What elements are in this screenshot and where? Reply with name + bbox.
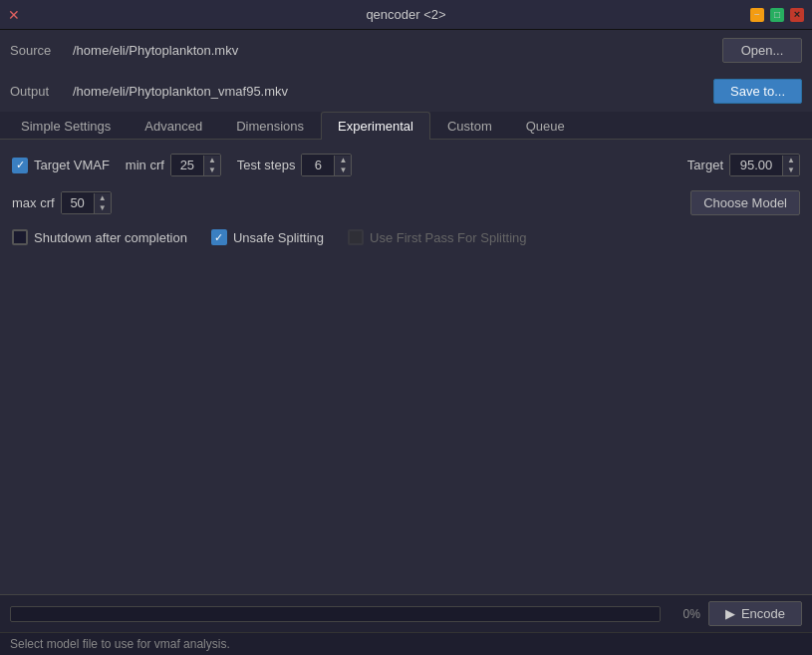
progress-percent: 0% [669,607,700,621]
output-path: /home/eli/Phytoplankton_vmaf95.mkv [73,84,705,99]
target-arrows[interactable]: ▲ ▼ [782,156,799,175]
unsafe-splitting-checkbox-group[interactable]: ✓ Unsafe Splitting [211,229,324,245]
save-to-button[interactable]: Save to... [713,79,802,104]
controls-row-1: ✓ Target VMAF min crf 25 ▲ ▼ Test steps … [12,154,800,176]
titlebar: ✕ qencoder <2> − □ × [0,0,812,30]
experimental-content: ✓ Target VMAF min crf 25 ▲ ▼ Test steps … [0,140,812,594]
controls-row-2: max crf 50 ▲ ▼ Choose Model [12,190,800,215]
min-crf-group: min crf 25 ▲ ▼ [126,154,221,176]
min-crf-spinner[interactable]: 25 ▲ ▼ [170,154,221,176]
maximize-icon: □ [774,9,780,20]
status-text: Select model file to use for vmaf analys… [10,637,230,651]
target-label: Target [687,158,723,172]
test-steps-value: 6 [302,155,334,175]
min-crf-up[interactable]: ▲ [204,156,220,165]
maximize-button[interactable]: □ [770,8,784,22]
max-crf-label: max crf [12,195,55,210]
test-steps-group: Test steps 6 ▲ ▼ [237,154,353,176]
controls-row-3: Shutdown after completion ✓ Unsafe Split… [12,229,800,245]
shutdown-checkbox[interactable] [12,229,28,245]
shutdown-label: Shutdown after completion [34,230,187,245]
target-vmaf-checkbox-group[interactable]: ✓ Target VMAF [12,158,110,173]
tab-custom[interactable]: Custom [430,112,509,140]
window-title: qencoder <2> [366,7,445,22]
close-button[interactable]: × [790,8,804,22]
max-crf-group: max crf 50 ▲ ▼ [12,191,112,214]
max-crf-arrows[interactable]: ▲ ▼ [94,193,111,213]
test-steps-arrows[interactable]: ▲ ▼ [334,156,351,175]
app-icon: ✕ [8,7,20,23]
output-label: Output [10,84,65,99]
titlebar-controls: − □ × [750,8,804,22]
tab-bar: Simple Settings Advanced Dimensions Expe… [0,112,812,140]
output-row: Output /home/eli/Phytoplankton_vmaf95.mk… [0,71,812,112]
titlebar-left: ✕ [8,7,20,23]
max-crf-spinner[interactable]: 50 ▲ ▼ [61,191,112,214]
target-group: Target 95.00 ▲ ▼ [687,154,800,176]
source-path: /home/eli/Phytoplankton.mkv [73,43,714,58]
encode-button[interactable]: ▶ Encode [708,601,802,626]
tab-experimental[interactable]: Experimental [321,112,430,140]
minimize-button[interactable]: − [750,8,764,22]
unsafe-splitting-label: Unsafe Splitting [233,230,324,245]
encode-play-icon: ▶ [725,606,735,621]
open-button[interactable]: Open... [722,38,802,63]
first-pass-label: Use First Pass For Splitting [370,230,527,245]
encode-label: Encode [741,606,785,621]
close-icon: × [794,9,800,20]
test-steps-label: Test steps [237,158,296,172]
first-pass-checkbox-group: Use First Pass For Splitting [348,229,527,245]
source-label: Source [10,43,65,58]
target-value: 95.00 [730,155,782,175]
target-down[interactable]: ▼ [783,165,799,175]
tab-advanced[interactable]: Advanced [128,112,219,140]
unsafe-splitting-checkbox[interactable]: ✓ [211,229,227,245]
target-vmaf-label: Target VMAF [34,158,110,172]
test-steps-up[interactable]: ▲ [335,156,351,165]
statusbar: Select model file to use for vmaf analys… [0,632,812,655]
min-crf-value: 25 [171,155,203,175]
target-vmaf-checkbox[interactable]: ✓ [12,158,28,173]
min-crf-label: min crf [126,158,164,172]
tab-queue[interactable]: Queue [509,112,582,140]
max-crf-up[interactable]: ▲ [95,193,111,203]
shutdown-checkbox-group[interactable]: Shutdown after completion [12,229,187,245]
min-crf-down[interactable]: ▼ [204,165,220,175]
max-crf-down[interactable]: ▼ [95,203,111,213]
tab-dimensions[interactable]: Dimensions [219,112,321,140]
test-steps-spinner[interactable]: 6 ▲ ▼ [301,154,352,176]
unsafe-checkmark-icon: ✓ [214,231,223,244]
choose-model-button[interactable]: Choose Model [690,190,800,215]
tab-simple-settings[interactable]: Simple Settings [4,112,128,140]
footer: 0% ▶ Encode [0,594,812,632]
max-crf-value: 50 [62,192,94,213]
min-crf-arrows[interactable]: ▲ ▼ [203,156,220,175]
app-window: ✕ qencoder <2> − □ × Source /home/eli/Ph… [0,0,812,655]
test-steps-down[interactable]: ▼ [335,165,351,175]
source-row: Source /home/eli/Phytoplankton.mkv Open.… [0,30,812,71]
target-up[interactable]: ▲ [783,156,799,165]
target-spinner[interactable]: 95.00 ▲ ▼ [729,154,800,176]
progress-bar [10,606,661,622]
checkmark-icon: ✓ [16,159,25,171]
first-pass-checkbox [348,229,364,245]
minimize-icon: − [754,9,760,20]
